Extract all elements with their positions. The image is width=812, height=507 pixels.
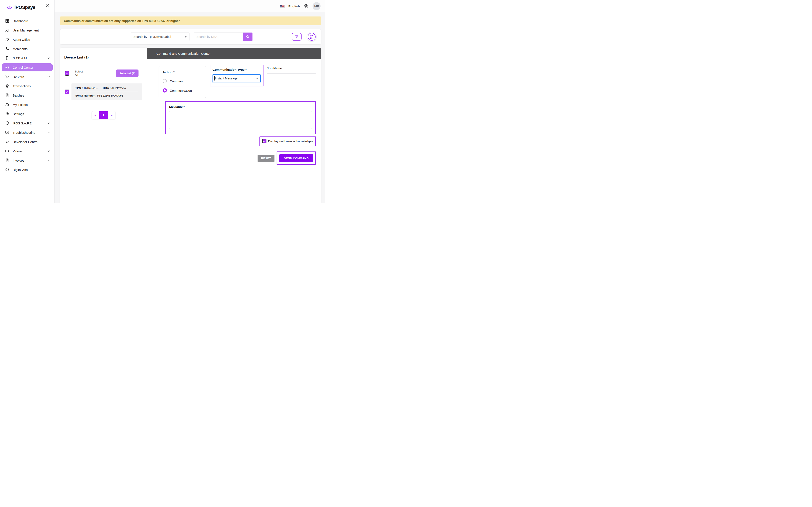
avatar[interactable]: MF (312, 2, 320, 10)
invoice-document-icon (5, 158, 9, 162)
pagination-page-1[interactable]: 1 (99, 111, 108, 119)
search-type-dropdown[interactable]: Search by Tpn/DeviceLabel (131, 33, 190, 41)
inbox-icon (5, 103, 9, 107)
refresh-button[interactable] (307, 32, 316, 41)
sidebar-item-batches[interactable]: Batches (2, 91, 53, 99)
device-row: TPN : 16162523... DBA : aefefewfew Seria… (65, 83, 142, 100)
funnel-icon (295, 35, 299, 39)
video-camera-icon (5, 149, 9, 153)
radio-selected-icon (163, 88, 167, 93)
send-command-button[interactable]: SEND COMMAND (280, 154, 313, 162)
job-name-label: Job Name (267, 66, 316, 70)
brand-name: iPOSpays (14, 5, 35, 10)
device-card[interactable]: TPN : 16162523... DBA : aefefewfew Seria… (71, 83, 142, 100)
text-cursor (214, 76, 215, 80)
sidebar-item-settings[interactable]: Settings (2, 110, 53, 118)
sidebar-item-control-center[interactable]: Control Center (2, 63, 53, 71)
acknowledge-group: Display until user acknowledges (259, 136, 316, 147)
sidebar-nav: Dashboard User Management Agent Office (0, 17, 54, 174)
sidebar-item-dvstore[interactable]: DvStore (2, 73, 53, 81)
chevron-down-icon (47, 57, 50, 60)
refresh-sync-icon (307, 33, 316, 41)
acknowledge-label: Display until user acknowledges (268, 139, 313, 143)
job-name-group: Job Name (267, 66, 316, 81)
message-label: Message * (169, 105, 312, 108)
select-all-row: Select All Selected (1) (65, 69, 139, 77)
sidebar: iPOSpays Dashboard User Management (0, 0, 55, 203)
action-group: Action * Command Communication (159, 66, 206, 98)
layers-icon (5, 84, 9, 88)
search-dba-input[interactable] (194, 33, 243, 41)
topbar: English MF (55, 0, 325, 12)
radio-command[interactable]: Command (163, 79, 202, 83)
sidebar-item-my-tickets[interactable]: My Tickets (2, 101, 53, 109)
sidebar-item-user-management[interactable]: User Management (2, 26, 53, 34)
caret-down-icon (185, 36, 187, 38)
banner-link[interactable]: Commands or communication are only suppo… (64, 19, 180, 22)
device-list-title: Device List (1) (64, 55, 147, 60)
gear-icon[interactable] (304, 4, 309, 9)
gear-icon (5, 112, 9, 116)
radio-communication[interactable]: Communication (163, 88, 202, 93)
sidebar-item-merchants[interactable]: Merchants (2, 45, 53, 53)
search-button[interactable] (243, 33, 252, 41)
chat-bubble-icon (5, 168, 9, 172)
file-minus-icon (5, 93, 9, 97)
send-command-highlight: SEND COMMAND (276, 152, 316, 165)
shield-icon (5, 121, 9, 125)
sidebar-item-troubleshooting[interactable]: Troubleshooting (2, 128, 53, 136)
us-flag-icon (280, 5, 285, 8)
command-center-header: Command and Communication Center (147, 48, 321, 59)
rainbow-logo-icon (6, 5, 13, 10)
sidebar-item-steam[interactable]: S.T.E.A.M (2, 54, 53, 62)
communication-type-group: Communication Type * Instant Message (210, 65, 263, 87)
main-area: English MF Commands or communication are… (55, 0, 325, 203)
sidebar-item-transactions[interactable]: Transactions (2, 82, 53, 90)
caret-down-icon (256, 78, 258, 79)
sidebar-item-digital-ads[interactable]: Digital Ads (2, 166, 53, 174)
content-card: Device List (1) Select All Selected (1) (60, 48, 321, 203)
users-icon (5, 28, 9, 32)
chevron-down-icon (47, 159, 50, 162)
selected-count-button[interactable]: Selected (1) (116, 69, 139, 77)
screen-share-icon (5, 130, 9, 134)
close-icon[interactable] (45, 3, 50, 8)
select-all-label: Select All (75, 70, 83, 76)
pagination-next-button[interactable]: » (108, 111, 115, 119)
warning-banner: Commands or communication are only suppo… (60, 16, 321, 25)
chevron-down-icon (47, 150, 50, 153)
device-serial: Serial Number : P8B2230830000063 (75, 94, 138, 97)
command-center-panel: Command and Communication Center Action … (147, 48, 321, 203)
command-center-title: Command and Communication Center (156, 52, 211, 55)
job-name-input[interactable] (267, 73, 316, 81)
acknowledge-checkbox[interactable] (262, 139, 266, 143)
chevron-down-icon (47, 122, 50, 125)
radio-circle-icon (163, 79, 167, 83)
reset-button[interactable]: RESET (258, 155, 274, 162)
device-dba: DBA : aefefewfew (103, 87, 126, 90)
pagination-prev-button[interactable]: « (92, 111, 99, 119)
language-selector[interactable]: English (289, 4, 300, 8)
communication-type-select[interactable]: Instant Message (212, 74, 261, 82)
sidebar-item-dashboard[interactable]: Dashboard (2, 17, 53, 25)
device-checkbox[interactable] (65, 90, 69, 94)
chevron-down-icon (47, 75, 50, 78)
sidebar-item-developer-central[interactable]: Developer Central (2, 138, 53, 146)
filter-button[interactable] (292, 33, 302, 41)
sidebar-item-agent-office[interactable]: Agent Office (2, 36, 53, 44)
code-icon (5, 139, 9, 144)
search-toolbar: Search by Tpn/DeviceLabel (60, 29, 321, 44)
sidebar-item-invoices[interactable]: Invoices (2, 156, 53, 164)
search-icon (246, 35, 250, 39)
sidebar-item-ipos-safe[interactable]: iPOS S.A.F.E (2, 119, 53, 127)
cart-icon (5, 74, 9, 79)
select-all-checkbox[interactable] (65, 71, 69, 76)
communication-type-label: Communication Type * (212, 68, 261, 71)
users-icon (5, 47, 9, 51)
mobile-device-icon (5, 56, 9, 60)
sliders-icon (5, 65, 9, 69)
message-textarea[interactable] (169, 111, 312, 129)
action-label: Action * (163, 70, 202, 74)
sidebar-item-videos[interactable]: Videos (2, 147, 53, 155)
user-plus-icon (5, 38, 9, 42)
